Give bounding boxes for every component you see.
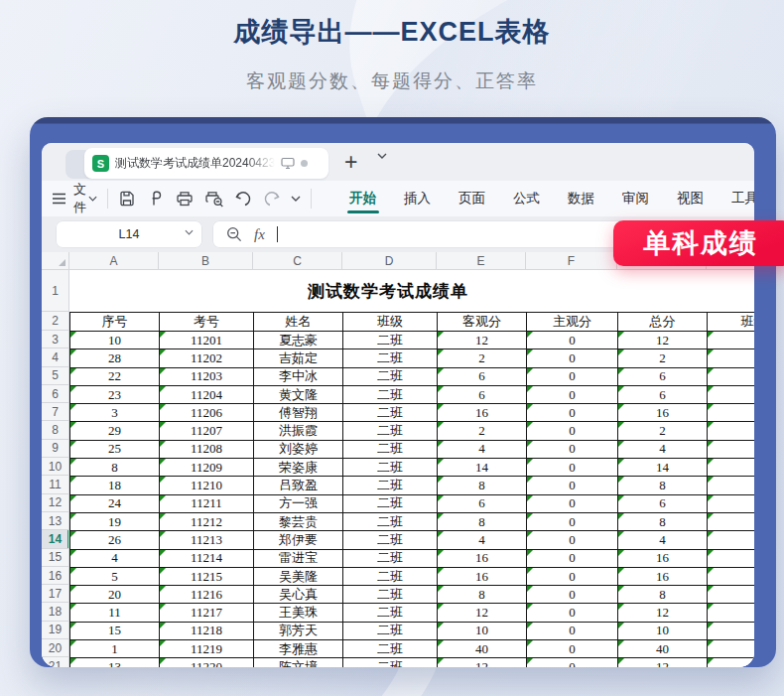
cell[interactable]: 0 [527, 658, 618, 667]
cell[interactable]: 0 [527, 441, 618, 459]
cell[interactable]: 二班 [343, 495, 438, 513]
row-header[interactable]: 3 [42, 331, 68, 348]
cell[interactable]: 1 [70, 640, 160, 658]
cell[interactable] [708, 422, 754, 440]
cell[interactable]: 吕致盈 [254, 477, 343, 494]
cell[interactable] [708, 495, 754, 513]
cell[interactable]: 8 [618, 513, 708, 531]
column-header[interactable]: F [526, 252, 617, 269]
tab-list-chevron-icon[interactable] [377, 153, 387, 159]
cell[interactable]: 15 [70, 623, 160, 640]
cell[interactable]: 0 [527, 404, 618, 422]
cell[interactable]: 11207 [160, 422, 254, 440]
cell[interactable]: 0 [527, 513, 618, 531]
file-menu-chevron-icon[interactable] [88, 196, 97, 202]
cell[interactable]: 0 [527, 386, 618, 404]
cell[interactable]: 11218 [160, 623, 254, 640]
cell[interactable]: 方一强 [254, 495, 343, 513]
cell[interactable]: 二班 [343, 658, 438, 667]
cell[interactable]: 二班 [343, 459, 438, 477]
cell[interactable]: 4 [438, 441, 527, 459]
cell[interactable]: 陈文境 [254, 658, 343, 667]
cell[interactable]: 0 [527, 459, 618, 477]
cell[interactable]: 8 [438, 586, 527, 604]
cell[interactable]: 8 [618, 586, 708, 604]
cell[interactable]: 16 [438, 404, 527, 422]
cell[interactable] [708, 368, 754, 386]
cell[interactable] [708, 658, 754, 667]
cell[interactable]: 11217 [160, 604, 254, 622]
cell[interactable]: 10 [70, 332, 160, 349]
print-icon[interactable] [176, 190, 194, 208]
cell[interactable] [708, 586, 754, 604]
redo-icon[interactable] [263, 192, 280, 207]
cell[interactable]: 28 [70, 349, 160, 367]
cell[interactable] [708, 623, 754, 640]
cell[interactable]: 二班 [343, 586, 438, 604]
cell[interactable]: 14 [438, 459, 527, 477]
cell[interactable]: 11201 [160, 332, 254, 349]
cell[interactable]: 16 [618, 550, 708, 568]
cell[interactable]: 夏志豪 [254, 332, 343, 349]
cell[interactable]: 二班 [343, 604, 438, 622]
cell[interactable]: 11214 [160, 550, 254, 568]
cell[interactable]: 洪振霞 [254, 422, 343, 440]
cell[interactable]: 0 [527, 550, 618, 568]
header-cell[interactable]: 客观分 [438, 313, 527, 332]
cell[interactable]: 4 [438, 531, 527, 549]
cell[interactable]: 二班 [343, 477, 438, 494]
row-header[interactable]: 11 [42, 476, 68, 493]
column-header[interactable]: D [342, 252, 437, 269]
ribbon-tab[interactable]: 工具 [718, 181, 754, 216]
cell[interactable]: 19 [70, 513, 160, 531]
cell[interactable]: 18 [70, 477, 160, 494]
cell[interactable]: 11220 [160, 658, 254, 667]
cell[interactable]: 10 [438, 623, 527, 640]
cell[interactable]: 12 [618, 332, 708, 349]
cell[interactable]: 0 [527, 623, 618, 640]
header-cell[interactable]: 主观分 [527, 313, 618, 332]
cell[interactable]: 11219 [160, 640, 254, 658]
cell[interactable]: 0 [527, 640, 618, 658]
cell[interactable]: 0 [527, 586, 618, 604]
row-header[interactable]: 8 [42, 421, 68, 439]
export-pdf-icon[interactable] [147, 190, 165, 208]
cell[interactable]: 11212 [160, 513, 254, 531]
cell[interactable]: 二班 [343, 623, 438, 640]
row-header[interactable]: 18 [42, 603, 68, 621]
cell[interactable]: 6 [618, 495, 708, 513]
cell[interactable]: 0 [527, 368, 618, 386]
cell[interactable] [708, 640, 754, 658]
cell[interactable]: 20 [70, 586, 160, 604]
header-cell[interactable]: 班级排名 [708, 313, 754, 332]
cell[interactable]: 12 [438, 332, 527, 349]
cell[interactable]: 12 [438, 604, 527, 622]
cell[interactable]: 11216 [160, 586, 254, 604]
cell[interactable]: 4 [618, 531, 708, 549]
cell[interactable]: 6 [618, 368, 708, 386]
row-header[interactable]: 4 [42, 348, 68, 366]
header-cell[interactable]: 班级 [343, 313, 438, 332]
cell[interactable]: 3 [70, 404, 160, 422]
cell[interactable]: 王美珠 [254, 604, 343, 622]
row-header[interactable]: 9 [42, 440, 68, 458]
row-header[interactable]: 21 [42, 657, 68, 667]
cell[interactable]: 6 [438, 368, 527, 386]
header-cell[interactable]: 总分 [618, 313, 708, 332]
sheet-title-cell[interactable]: 测试数学考试成绩单 [69, 270, 707, 312]
cell[interactable]: 23 [70, 386, 160, 404]
cell[interactable]: 二班 [343, 513, 438, 531]
cell[interactable]: 李雅惠 [254, 640, 343, 658]
row-header[interactable]: 1 [42, 270, 68, 312]
cell[interactable] [708, 604, 754, 622]
cell[interactable]: 二班 [343, 568, 438, 586]
cell[interactable]: 二班 [343, 422, 438, 440]
cell[interactable]: 二班 [343, 531, 438, 549]
cell[interactable]: 4 [70, 550, 160, 568]
print-preview-icon[interactable] [204, 190, 224, 208]
cell[interactable]: 12 [618, 658, 708, 667]
row-header[interactable]: 20 [42, 639, 68, 657]
cell[interactable]: 黄文隆 [254, 386, 343, 404]
cell[interactable]: 黎芸贵 [254, 513, 343, 531]
ribbon-tab[interactable]: 开始 [335, 181, 390, 216]
